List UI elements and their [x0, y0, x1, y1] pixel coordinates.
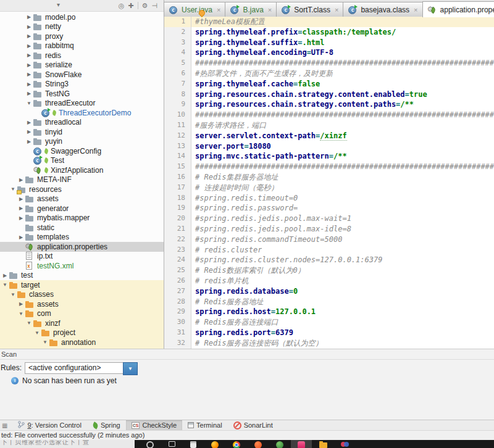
tree-item-classes[interactable]: ▼classes — [0, 290, 164, 300]
tree-item-yuyin[interactable]: ▶yuyin — [0, 137, 164, 147]
tree-expand-arrow-icon[interactable]: ▶ — [1, 273, 9, 278]
tree-expand-arrow-icon[interactable]: ▼ — [9, 186, 17, 192]
tree-expand-arrow-icon[interactable]: ▶ — [25, 33, 33, 39]
tab-application-properties[interactable]: ⚙application.properties× — [422, 1, 494, 17]
tree-expand-arrow-icon[interactable]: ▶ — [17, 215, 25, 221]
locate-icon[interactable]: ◎ — [119, 1, 125, 10]
tree-item-swaggerconfig[interactable]: cSwaggerConfig — [0, 146, 164, 156]
editor-code-area[interactable]: 1#thymeLea模板配置2spring.thymeleaf.prefix=c… — [164, 17, 494, 349]
tab-sortt-class[interactable]: cSortT.class× — [276, 2, 343, 17]
taskbar-app-app-pink[interactable] — [291, 440, 312, 448]
hide-panel-icon[interactable]: ⊣ — [151, 1, 157, 10]
taskbar-app-calculator[interactable] — [183, 440, 204, 448]
tree-expand-arrow-icon[interactable]: ▶ — [25, 120, 33, 125]
tree-expand-arrow-icon[interactable]: ▼ — [17, 311, 25, 317]
tree-item-label: String3 — [45, 80, 69, 88]
tree-item-resources[interactable]: ▼resources — [0, 185, 164, 194]
taskbar-app-task-view[interactable] — [161, 440, 182, 448]
tree-item-target[interactable]: ▼target — [0, 280, 164, 290]
tree-item-assets[interactable]: ▶assets — [0, 194, 164, 204]
tree-expand-arrow-icon[interactable]: ▼ — [25, 101, 33, 106]
taskbar-app-chrome[interactable] — [226, 440, 247, 448]
tree-item-label: redis — [45, 51, 61, 60]
tree-item-static[interactable]: static — [0, 223, 164, 233]
tab-user-java[interactable]: cUser.java× — [164, 2, 225, 17]
tree-item-rabbitmq[interactable]: ▶rabbitmq — [0, 41, 164, 51]
tree-item-annotation[interactable]: ▼annotation — [0, 338, 164, 347]
tree-expand-arrow-icon[interactable]: ▼ — [25, 320, 33, 326]
tree-item-test[interactable]: ▶test — [0, 271, 164, 281]
taskbar-app-word[interactable] — [334, 440, 355, 448]
collapse-all-icon[interactable]: ✚ — [128, 1, 133, 10]
tree-item-templates[interactable]: ▶templates — [0, 233, 164, 243]
tab-close-icon[interactable]: × — [335, 6, 338, 14]
tree-item-project[interactable]: ▼project — [0, 328, 164, 338]
tab-close-icon[interactable]: × — [217, 6, 220, 14]
rules-configuration-select[interactable]: <active configuration> ▼ — [25, 362, 138, 374]
tree-item-testng-xml[interactable]: xtestNG.xml — [0, 261, 164, 271]
tree-item-generator[interactable]: ▶generator — [0, 204, 164, 214]
taskbar-app-search[interactable] — [140, 440, 161, 448]
tree-item-serialize[interactable]: ▶serialize — [0, 60, 164, 70]
tree-expand-arrow-icon[interactable]: ▶ — [25, 72, 33, 77]
taskbar-app-firefox[interactable] — [204, 440, 225, 448]
tree-expand-arrow-icon[interactable]: ▶ — [25, 24, 33, 30]
tree-item-assets[interactable]: ▶assets — [0, 299, 164, 309]
tree-expand-arrow-icon[interactable]: ▶ — [25, 81, 33, 87]
toolwindow-button-spring[interactable]: Spring — [87, 420, 126, 430]
tree-item-proxy[interactable]: ▶proxy — [0, 31, 164, 41]
tree-item-test[interactable]: cTest — [0, 156, 164, 166]
tree-item-netty[interactable]: ▶netty — [0, 22, 164, 32]
tree-item-mybatis-mapper[interactable]: ▶mybatis.mapper — [0, 214, 164, 223]
tree-expand-arrow-icon[interactable]: ▶ — [17, 196, 25, 202]
tab-basejava-class[interactable]: cbasejava.class× — [343, 2, 422, 17]
toolwindow-button-terminal[interactable]: Terminal — [182, 420, 228, 430]
tab-close-icon[interactable]: × — [268, 6, 272, 14]
taskbar-app-folder[interactable] — [312, 440, 333, 448]
tree-expand-arrow-icon[interactable]: ▶ — [25, 129, 33, 135]
tree-expand-arrow-icon[interactable]: ▼ — [33, 330, 41, 336]
tree-expand-arrow-icon[interactable]: ▼ — [1, 282, 9, 288]
tree-item-snowflake[interactable]: ▶SnowFlake — [0, 70, 164, 80]
taskbar-app-app-green[interactable] — [269, 440, 290, 448]
project-view-dropdown-icon[interactable]: ▾ — [57, 1, 60, 8]
combo-dropdown-button[interactable]: ▼ — [123, 362, 138, 375]
tree-item-redis[interactable]: ▶redis — [0, 51, 164, 60]
tree-item-xinzf[interactable]: ▼xinzf — [0, 318, 164, 328]
tree-expand-arrow-icon[interactable]: ▶ — [17, 205, 25, 211]
spring-bean-badge-icon — [52, 110, 57, 116]
tree-item-threadlocal[interactable]: ▶threadlocal — [0, 118, 164, 128]
tab-b-java[interactable]: cB.java× — [225, 2, 277, 17]
toolwindow-button-9-version-control[interactable]: 9: Version Control — [12, 420, 86, 430]
tree-expand-arrow-icon[interactable]: ▼ — [9, 292, 17, 297]
toolwindow-button-sonarlint[interactable]: SonarLint — [228, 420, 278, 430]
tree-item-threadexecutor[interactable]: ▼threadExecutor — [0, 99, 164, 109]
tree-item-meta-inf[interactable]: ▶META-INF — [0, 175, 164, 185]
tree-expand-arrow-icon[interactable]: ▶ — [25, 52, 33, 58]
tree-expand-arrow-icon[interactable]: ▶ — [25, 62, 33, 68]
tree-item-model-po[interactable]: ▶model.po — [0, 12, 164, 22]
tree-expand-arrow-icon[interactable]: ▶ — [17, 177, 25, 183]
tree-expand-arrow-icon[interactable]: ▶ — [25, 14, 33, 20]
folder-icon — [25, 223, 35, 232]
tree-item-ip-txt[interactable]: ip.txt — [0, 252, 164, 262]
tree-expand-arrow-icon[interactable]: ▶ — [25, 43, 33, 49]
tree-item-tinyid[interactable]: ▶tinyid — [0, 127, 164, 137]
tree-item-application-properties[interactable]: ⚙application.properties — [0, 242, 164, 252]
tree-item-xinzfapplication[interactable]: ⚙XinzfApplication — [0, 165, 164, 175]
checkstyle-icon: CS — [132, 422, 140, 429]
tree-item-com[interactable]: ▼com — [0, 309, 164, 319]
tab-close-icon[interactable]: × — [414, 6, 417, 14]
tree-expand-arrow-icon[interactable]: ▶ — [17, 301, 25, 307]
tree-item-testng[interactable]: ▶TestNG — [0, 89, 164, 99]
tree-item-string3[interactable]: ▶String3 — [0, 80, 164, 89]
settings-icon[interactable]: ⚙ — [142, 1, 148, 10]
toolwindow-button-checkstyle[interactable]: CSCheckStyle — [126, 420, 182, 430]
tree-expand-arrow-icon[interactable]: ▼ — [41, 339, 49, 345]
taskbar-app-app-orange[interactable] — [248, 440, 269, 448]
tree-expand-arrow-icon[interactable]: ▶ — [25, 139, 33, 144]
tool-window-switcher-icon[interactable]: ▦ — [2, 422, 7, 429]
tree-expand-arrow-icon[interactable]: ▶ — [25, 91, 33, 96]
tree-expand-arrow-icon[interactable]: ▶ — [17, 234, 25, 240]
tree-item-threadexecutordemo[interactable]: cThreadExecutorDemo — [0, 108, 164, 118]
